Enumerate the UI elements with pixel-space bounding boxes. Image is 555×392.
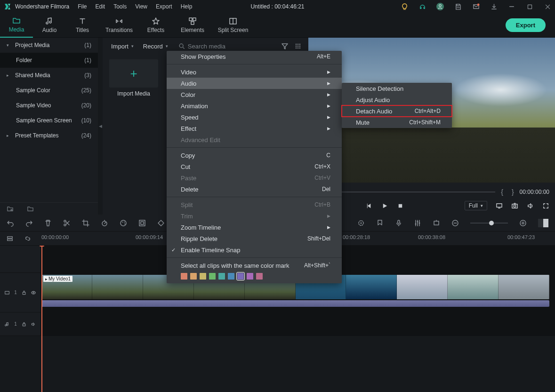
menu-tools[interactable]: Tools bbox=[113, 3, 127, 10]
redo-icon[interactable] bbox=[25, 219, 33, 227]
menu-edit[interactable]: Edit bbox=[96, 3, 105, 10]
sidebar-item-preset-templates[interactable]: ▸Preset Templates(24) bbox=[0, 128, 98, 143]
collapse-handle[interactable]: ◀ bbox=[98, 38, 103, 215]
color-swatch[interactable] bbox=[200, 273, 206, 280]
menu-item-ripple-delete[interactable]: Ripple DeleteShift+Del bbox=[167, 233, 342, 244]
mark-out-icon[interactable]: } bbox=[512, 188, 514, 196]
render-icon[interactable] bbox=[357, 219, 365, 227]
menu-item-adjust-audio[interactable]: Adjust Audio bbox=[342, 94, 452, 105]
sidebar-item-shared-media[interactable]: ▸Shared Media(3) bbox=[0, 68, 98, 83]
grid-view-icon[interactable] bbox=[294, 42, 302, 50]
save-icon[interactable] bbox=[454, 3, 462, 10]
tab-titles[interactable]: Titles bbox=[66, 13, 99, 38]
color-icon[interactable] bbox=[120, 219, 127, 227]
add-marker-icon[interactable] bbox=[433, 219, 440, 227]
lock-icon[interactable] bbox=[22, 321, 26, 327]
tab-transitions[interactable]: Transitions bbox=[99, 13, 139, 38]
minimize-icon[interactable] bbox=[508, 3, 515, 10]
account-icon[interactable] bbox=[436, 3, 444, 10]
tab-elements[interactable]: Elements bbox=[172, 13, 213, 38]
display-icon[interactable] bbox=[496, 202, 503, 209]
color-swatch[interactable] bbox=[190, 273, 197, 280]
import-media-card[interactable]: + Import Media bbox=[109, 59, 158, 97]
zoom-out-icon[interactable] bbox=[451, 219, 459, 227]
menu-item-effect[interactable]: Effect▶ bbox=[167, 123, 342, 134]
download-icon[interactable] bbox=[490, 3, 498, 10]
menu-item-cut[interactable]: CutCtrl+X bbox=[167, 161, 342, 172]
new-folder-icon[interactable] bbox=[7, 205, 14, 212]
close-icon[interactable] bbox=[544, 3, 551, 10]
menu-item-silence-detection[interactable]: Silence Detection bbox=[342, 83, 452, 94]
snapshot-icon[interactable] bbox=[511, 202, 518, 209]
speed-icon[interactable] bbox=[101, 219, 108, 227]
menu-help[interactable]: Help bbox=[181, 3, 193, 10]
menu-export[interactable]: Export bbox=[156, 3, 172, 10]
zoom-in-icon[interactable] bbox=[519, 219, 527, 227]
color-swatch[interactable] bbox=[256, 273, 263, 280]
menu-item-color[interactable]: Color▶ bbox=[167, 89, 342, 100]
undo-icon[interactable] bbox=[7, 219, 14, 227]
support-icon[interactable] bbox=[418, 3, 426, 10]
mark-in-icon[interactable]: { bbox=[501, 188, 503, 196]
track-adjust-icon[interactable] bbox=[7, 235, 13, 242]
split-icon[interactable] bbox=[63, 219, 71, 227]
tab-media[interactable]: Media bbox=[0, 13, 33, 38]
import-dropdown[interactable]: Import▾ bbox=[109, 41, 136, 51]
crop-icon[interactable] bbox=[82, 219, 89, 227]
skip-back-icon[interactable] bbox=[366, 202, 373, 209]
menu-item-select-all-clips-with-the-same-color-mark[interactable]: Select all clips with the same color mar… bbox=[167, 260, 342, 271]
marker-icon[interactable] bbox=[376, 219, 384, 227]
sidebar-item-project-media[interactable]: ▾Project Media(1) bbox=[0, 38, 98, 53]
play-icon[interactable] bbox=[381, 202, 388, 209]
sidebar-item-sample-color[interactable]: Sample Color(25) bbox=[0, 83, 98, 98]
filter-icon[interactable] bbox=[281, 42, 289, 50]
tips-icon[interactable] bbox=[401, 3, 408, 10]
sidebar-item-sample-green-screen[interactable]: Sample Green Screen(10) bbox=[0, 113, 98, 128]
delete-icon[interactable] bbox=[44, 219, 52, 227]
record-dropdown[interactable]: Record▾ bbox=[141, 41, 170, 51]
voiceover-icon[interactable] bbox=[395, 219, 402, 227]
search-input[interactable] bbox=[188, 43, 244, 50]
menu-file[interactable]: File bbox=[78, 3, 87, 10]
tab-effects[interactable]: Effects bbox=[139, 13, 172, 38]
link-icon[interactable] bbox=[24, 235, 31, 242]
maximize-icon[interactable] bbox=[526, 3, 533, 10]
playhead[interactable] bbox=[41, 246, 42, 392]
color-swatch[interactable] bbox=[209, 273, 216, 280]
color-swatch[interactable] bbox=[181, 273, 187, 280]
menu-item-speed[interactable]: Speed▶ bbox=[167, 112, 342, 123]
message-icon[interactable] bbox=[472, 3, 480, 10]
eye-icon[interactable] bbox=[31, 290, 36, 296]
mute-icon[interactable] bbox=[31, 321, 36, 327]
zoom-fit-icon[interactable] bbox=[538, 219, 548, 227]
zoom-slider[interactable] bbox=[470, 223, 508, 224]
menu-item-mute[interactable]: MuteCtrl+Shift+M bbox=[342, 117, 452, 128]
stop-icon[interactable] bbox=[397, 202, 404, 209]
keyframe-icon[interactable] bbox=[157, 219, 165, 227]
color-swatch[interactable] bbox=[228, 273, 234, 280]
menu-item-video[interactable]: Video▶ bbox=[167, 66, 342, 78]
menu-item-delete[interactable]: DeleteDel bbox=[167, 184, 342, 195]
menu-item-show-properties[interactable]: Show PropertiesAlt+E bbox=[167, 51, 342, 62]
tab-audio[interactable]: Audio bbox=[33, 13, 66, 38]
sidebar-item-sample-video[interactable]: Sample Video(20) bbox=[0, 98, 98, 113]
quality-dropdown[interactable]: Full▾ bbox=[465, 201, 487, 210]
volume-icon[interactable] bbox=[527, 202, 534, 209]
green-screen-icon[interactable] bbox=[138, 219, 146, 227]
audio-mixer-icon[interactable] bbox=[414, 219, 421, 227]
menu-item-copy[interactable]: CopyC bbox=[167, 150, 342, 161]
menu-view[interactable]: View bbox=[135, 3, 147, 10]
audio-waveform[interactable] bbox=[41, 300, 549, 307]
color-swatch[interactable] bbox=[218, 273, 225, 280]
menu-item-enable-timeline-snap[interactable]: Enable Timeline Snap bbox=[167, 244, 342, 256]
menu-item-detach-audio[interactable]: Detach AudioCtrl+Alt+D bbox=[342, 105, 452, 117]
menu-item-zoom-timeline[interactable]: Zoom Timeline▶ bbox=[167, 222, 342, 233]
menu-item-audio[interactable]: Audio▶ bbox=[167, 78, 342, 89]
fullscreen-icon[interactable] bbox=[542, 202, 549, 209]
export-button[interactable]: Export bbox=[506, 18, 546, 32]
sidebar-item-folder[interactable]: Folder(1) bbox=[0, 53, 98, 68]
menu-item-animation[interactable]: Animation▶ bbox=[167, 100, 342, 112]
color-swatch[interactable] bbox=[247, 273, 253, 280]
tab-split-screen[interactable]: Split Screen bbox=[213, 13, 253, 38]
color-swatch[interactable] bbox=[237, 273, 244, 280]
